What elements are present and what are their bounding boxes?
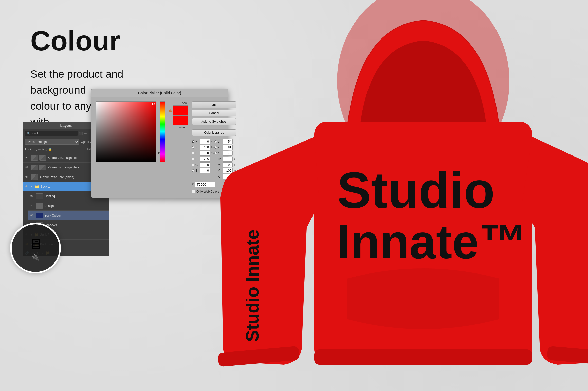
svg-rect-2	[314, 349, 532, 365]
layer-name: Sock Colour	[44, 214, 107, 217]
layers-kind-label: Kind	[32, 132, 38, 135]
eye-icon[interactable]: 👁	[25, 156, 29, 160]
color-swatches: new ⚠ current	[169, 101, 188, 193]
alert-icon: ⚠	[169, 108, 172, 113]
spectrum-cursor	[152, 103, 155, 105]
layers-search-box[interactable]: 🔍 Kind	[25, 131, 78, 136]
g-label: G:	[195, 163, 199, 167]
current-color-swatch[interactable]	[173, 115, 188, 125]
r-label: R:	[195, 157, 199, 161]
radio-h[interactable]	[192, 140, 194, 143]
hoodie-svg: Studio Innate™ Studio Innate Studio In	[208, 0, 588, 391]
lock-draw-icon[interactable]: ✏	[38, 148, 41, 151]
layer-thumbnail	[31, 155, 38, 161]
layer-filter-icon1[interactable]: ⬛	[79, 132, 83, 135]
layer-filter-icon3[interactable]: T	[88, 132, 90, 135]
blend-mode-dropdown[interactable]: Pass Through	[25, 139, 79, 145]
layer-thumbnail	[31, 174, 38, 180]
dialog-body: new ⚠ current OK Cancel Add to Swatches …	[91, 97, 228, 198]
opacity-label: Opacity:	[81, 140, 92, 144]
s-label: S:	[195, 146, 199, 149]
h-label: H:	[195, 140, 199, 143]
radio-b[interactable]	[192, 152, 194, 154]
page-container: Colour Set the product and backgroundcol…	[0, 0, 588, 391]
layer-item-sock-colour[interactable]: 👁 Sock Colour	[28, 211, 109, 220]
b-label: B:	[195, 151, 199, 155]
page-title: Colour	[30, 25, 162, 56]
layer-item-design[interactable]: 👁 Design	[28, 201, 109, 211]
new-color-swatch[interactable]	[173, 105, 188, 115]
layer-filter-icon2[interactable]: ✏	[84, 132, 87, 135]
layer-mask-thumbnail	[39, 165, 46, 170]
layer-mask-thumbnail	[39, 155, 46, 161]
eye-icon[interactable]: 👁	[25, 175, 29, 179]
layer-thumbnail	[31, 165, 38, 170]
b2-label: B:	[195, 169, 199, 172]
lock-icons: ⛶ ✏ ✥ ⬚ 🔒	[34, 148, 52, 151]
hex-label: #	[192, 183, 194, 186]
search-icon: 🔍	[27, 132, 31, 135]
brand-text-line2: Innate™	[337, 215, 527, 268]
circle-content: 🖥 🔌	[28, 236, 43, 261]
brand-text-line1: Studio	[337, 162, 495, 218]
eye-icon[interactable]: 👁	[30, 204, 34, 208]
sleeve-text-left: Studio Innate	[243, 230, 262, 342]
lock-move-icon[interactable]: ✥	[42, 148, 44, 151]
layer-thumbnail	[36, 203, 43, 209]
radio-g[interactable]	[192, 164, 194, 166]
layer-thumbnail-sock	[36, 213, 43, 218]
lock-label: Lock:	[25, 148, 32, 151]
layers-close-icon[interactable]: ✕	[26, 124, 28, 127]
spectrum-gradient	[96, 102, 156, 162]
only-web-colors-checkbox[interactable]	[192, 190, 195, 193]
color-spectrum[interactable]	[96, 101, 156, 162]
layer-name: Design	[44, 204, 107, 208]
hoodie-container: Studio Innate™ Studio Innate Studio In	[208, 0, 588, 391]
eye-icon[interactable]: 👁	[25, 165, 29, 169]
radio-s[interactable]	[192, 146, 194, 149]
layer-thumbnail	[36, 193, 43, 199]
monitor-icon: 🖥	[28, 236, 43, 252]
layers-panel-title: Layers	[60, 123, 72, 128]
plug-icon: 🔌	[32, 254, 39, 261]
lock-pos-icon[interactable]: ⛶	[34, 148, 37, 151]
dialog-titlebar: Color Picker (Solid Color)	[91, 89, 228, 97]
group-expand-icon[interactable]: ▼	[31, 185, 33, 188]
radio-b2[interactable]	[192, 169, 194, 172]
circle-highlight: 🖥 🔌	[10, 223, 61, 273]
current-label: current	[178, 126, 187, 129]
eye-icon[interactable]: 👁	[30, 213, 34, 217]
lock-artboard-icon[interactable]: ⬚	[45, 148, 47, 151]
color-picker-dialog: Color Picker (Solid Color) new ⚠ current	[91, 89, 228, 198]
folder-icon: 📁	[35, 185, 39, 189]
lock-all-icon[interactable]: 🔒	[48, 148, 52, 151]
eye-icon[interactable]: 👁	[25, 185, 29, 188]
layer-name: Shadows	[44, 223, 107, 227]
eye-icon[interactable]: 👁	[30, 194, 34, 198]
new-label: new	[182, 101, 187, 105]
hue-slider[interactable]	[160, 101, 165, 162]
hue-arrow	[158, 152, 160, 154]
radio-r[interactable]	[192, 158, 194, 160]
